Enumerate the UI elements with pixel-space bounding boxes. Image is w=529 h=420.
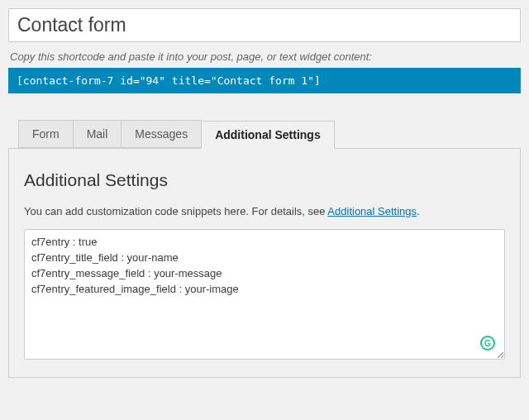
help-prefix: You can add customization code snippets … — [24, 205, 327, 217]
additional-settings-link[interactable]: Additional Settings — [327, 205, 417, 217]
tab-additional-settings[interactable]: Additional Settings — [201, 121, 335, 149]
additional-settings-panel: Additional Settings You can add customiz… — [8, 149, 521, 378]
form-title-input[interactable] — [8, 8, 521, 42]
shortcode-instruction: Copy this shortcode and paste it into yo… — [10, 50, 519, 63]
tab-form[interactable]: Form — [18, 120, 74, 148]
panel-heading: Additional Settings — [24, 170, 505, 190]
panel-help-text: You can add customization code snippets … — [24, 205, 505, 217]
tab-messages[interactable]: Messages — [121, 120, 202, 148]
shortcode-display[interactable] — [8, 68, 521, 93]
tab-mail[interactable]: Mail — [73, 120, 122, 148]
additional-settings-textarea[interactable] — [24, 229, 505, 360]
help-suffix: . — [417, 205, 420, 217]
tab-bar: Form Mail Messages Additional Settings — [8, 120, 521, 149]
